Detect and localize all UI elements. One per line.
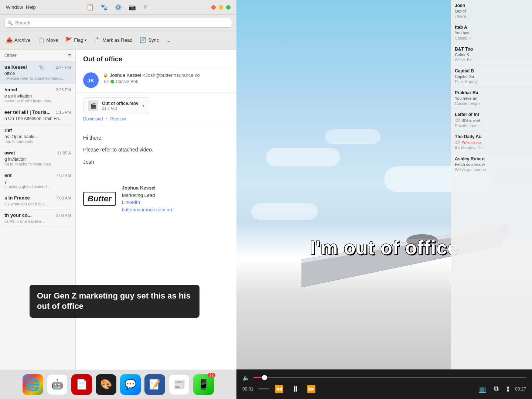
butter-contact-info: Joshua Kessel Marketing Lead LinkedIn bu… [122, 184, 172, 213]
newspaper-icon: 📰 [455, 140, 460, 145]
camera-icon: 📷 [128, 3, 136, 11]
time-current: 00:01 [242, 386, 255, 392]
mark-as-read-button[interactable]: 📩 Mark as Read [91, 35, 135, 45]
main-layout: Window Help 📋 🐾 ⚙️ 📷 ☾ 📥 [0, 0, 532, 399]
preview-link[interactable]: Preview [110, 116, 126, 122]
rewind-button[interactable]: ⏪ [272, 384, 286, 394]
controls-row: 00:01 ⏪ ⏸ ⏩ 📺 ⧉ ⟫ 00:27 [242, 383, 526, 395]
email-header: JK 🔒 Joshua Kessel <Josh@butterinsurance… [76, 68, 236, 93]
avatar: JK [83, 72, 99, 88]
skip-forward-button[interactable]: ⟫ [504, 384, 512, 394]
video-area: I'm out of office Josh Out of i there, f… [236, 0, 532, 369]
email-item[interactable]: ent 7:07 AM y s making global watchd... [0, 170, 75, 192]
dock-news[interactable]: 📰 [169, 374, 190, 395]
mini-track [258, 388, 269, 389]
chevron-icon: ▾ [142, 103, 144, 108]
email-item[interactable]: th your co... 2:06 AM ps All-in-one trav… [0, 209, 75, 227]
dock-messages[interactable]: 📱 22 [193, 374, 214, 395]
progress-track[interactable] [253, 377, 526, 378]
pip-button[interactable]: ⧉ [492, 384, 501, 393]
window-menu[interactable]: Window [6, 4, 23, 10]
butter-logo: Butter [83, 192, 116, 206]
right-email-item[interactable]: B&T Too Colter & We've Be [451, 44, 532, 65]
mac-topbar: Window Help 📋 🐾 ⚙️ 📷 ☾ [0, 0, 236, 15]
flag-button[interactable]: 🚩 Flag ▾ [62, 35, 89, 45]
content-area: Other ≡ ua Kessel 📎 2:47 PM office , Ple… [0, 50, 236, 399]
email-list: Other ≡ ua Kessel 📎 2:47 PM office , Ple… [0, 50, 76, 399]
email-meta: 🔒 Joshua Kessel <Josh@butterinsurance.co… [103, 72, 229, 84]
dock-acrobat[interactable]: 📄 [71, 374, 92, 395]
search-input[interactable] [4, 18, 232, 28]
sync-icon: 🔄 [140, 37, 147, 44]
butter-section: Butter Joshua Kessel Marketing Lead Link… [76, 177, 236, 221]
dock-messenger[interactable]: 💬 [120, 374, 141, 395]
attachment-clip-icon: 📎 [38, 65, 44, 70]
caption-overlay: Our Gen Z marketing guy set this as his … [30, 285, 200, 318]
move-icon: 📋 [38, 37, 45, 44]
contact-dot-icon [110, 80, 114, 83]
envelope-icon: 📩 [94, 37, 101, 44]
video-text-overlay: I'm out of office [310, 236, 458, 259]
help-menu[interactable]: Help [26, 4, 36, 10]
sidebar-header: Other ≡ [0, 50, 75, 61]
progress-bar-wrap: 🔈 [242, 374, 526, 381]
left-panel: Window Help 📋 🐾 ⚙️ 📷 ☾ 📥 [0, 0, 236, 399]
attachment-area: 🎬 Out of office.mov 21.7 MB ▾ Download •… [76, 93, 236, 126]
attachment-box[interactable]: 🎬 Out of office.mov 21.7 MB ▾ [83, 97, 149, 114]
email-detail: Out of office JK 🔒 Joshua Kessel <Josh@b… [76, 50, 236, 399]
email-item[interactable]: awat 11:05 A g invitation nd to Prakhar'… [0, 147, 75, 170]
attachment-actions: Download • Preview [83, 116, 229, 122]
download-link[interactable]: Download [83, 116, 103, 122]
pause-button[interactable]: ⏸ [289, 383, 301, 395]
time-total: 00:27 [515, 386, 526, 392]
lock-icon: 🔒 [103, 73, 108, 78]
flag-icon: 🚩 [65, 37, 72, 44]
airplay-button[interactable]: 📺 [476, 384, 489, 394]
email-item[interactable]: hmed 2:26 PM e an invitation spond to If… [0, 84, 75, 106]
mac-topbar-icons: 📋 🐾 ⚙️ 📷 ☾ [86, 3, 150, 11]
move-button[interactable]: 📋 Move [35, 35, 61, 45]
email-item[interactable]: ua Kessel 📎 2:47 PM office , Please refe… [0, 61, 75, 84]
toolbar: 📥 Archive 📋 Move 🚩 Flag ▾ 📩 Mark as Read… [0, 31, 236, 50]
clipboard-icon: 📋 [86, 3, 94, 11]
archive-button[interactable]: 📥 Archive [3, 35, 33, 45]
right-email-item[interactable]: Josh Out of i there, [451, 0, 532, 22]
progress-thumb[interactable] [262, 375, 267, 380]
dock-chatgpt[interactable]: 🤖 [47, 374, 68, 395]
email-body: Hi there, Please refer to attached video… [76, 126, 236, 177]
email-item[interactable]: rief ns: Open banki... uard's handouts..… [0, 125, 75, 147]
right-email-item[interactable]: Ashley Robert Fetch success w We've got … [451, 153, 532, 175]
fast-forward-button[interactable]: ⏩ [304, 384, 318, 394]
paw-icon: 🐾 [100, 3, 108, 11]
archive-icon: 📥 [6, 37, 13, 44]
email-subject: Out of office [76, 50, 236, 68]
right-email-item[interactable]: Capital B Capital Ga Plus: Armag [451, 65, 532, 87]
right-panel: I'm out of office Josh Out of i there, f… [236, 0, 532, 399]
attachment-info: Out of office.mov 21.7 MB [102, 101, 139, 110]
more-button[interactable]: ... [163, 36, 173, 44]
dock-messages-badge: 22 [208, 373, 215, 378]
file-icon: 🎬 [88, 100, 98, 111]
email-item[interactable]: eer tell all! | Touris... 1:15 PM n On T… [0, 106, 75, 125]
right-email-item[interactable]: ftab A You hav Cassie, r [451, 22, 532, 44]
email-from: 🔒 Joshua Kessel <Josh@butterinsurance.co [103, 72, 229, 78]
video-controls: 🔈 00:01 ⏪ ⏸ ⏩ 📺 ⧉ ⟫ 00:27 [236, 369, 532, 399]
dock-figma[interactable]: 🎨 [96, 374, 116, 395]
right-email-list: Josh Out of i there, ftab A You hav Cass… [451, 0, 532, 369]
email-item[interactable]: s in France 7:03 AM e's what you need to… [0, 192, 75, 209]
right-email-item[interactable]: Letter of Int 📰 BIS anxiet Private credi… [451, 109, 532, 131]
dock-word[interactable]: 📝 [144, 374, 165, 395]
volume-icon[interactable]: 🔈 [242, 374, 250, 381]
flag-chevron-icon: ▾ [85, 38, 86, 42]
search-bar [0, 15, 236, 31]
news-icon: 📰 [455, 118, 460, 123]
sync-button[interactable]: 🔄 Sync [137, 35, 162, 45]
dock: 🌐 🤖 📄 🎨 💬 📝 📰 📱 22 [0, 369, 236, 399]
settings-icon: ⚙️ [114, 3, 122, 11]
right-email-item[interactable]: The Daily Au 📰 Polls close It's Monday. … [451, 131, 532, 153]
filter-icon[interactable]: ≡ [68, 52, 71, 58]
right-email-item[interactable]: Prakhar Ra You have an Cassie, respo [451, 87, 532, 109]
moon-icon: ☾ [142, 3, 150, 11]
email-to: To: Cassie Bell [103, 79, 229, 84]
dock-chrome[interactable]: 🌐 [23, 374, 43, 395]
